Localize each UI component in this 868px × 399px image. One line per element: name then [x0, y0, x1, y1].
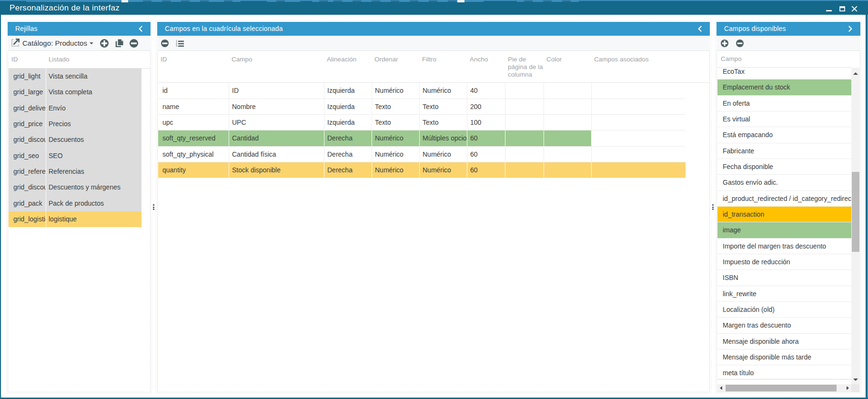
svg-text:3: 3 — [176, 44, 177, 47]
